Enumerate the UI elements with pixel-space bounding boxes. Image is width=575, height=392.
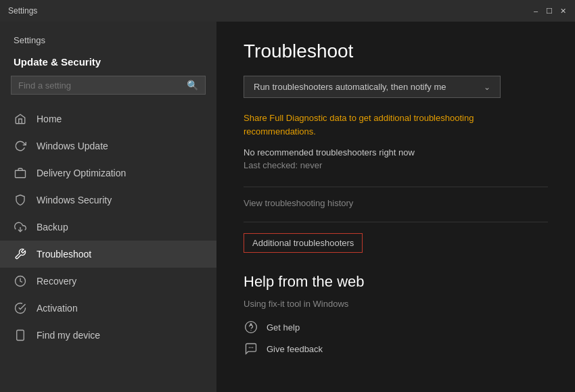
- sidebar-item-label-windows-update: Windows Update: [37, 141, 108, 151]
- wrench-icon: [14, 247, 27, 261]
- page-title: Troubleshoot: [244, 41, 548, 62]
- recovery-icon: [14, 274, 27, 288]
- dropdown-value: Run troubleshooters automatically, then …: [254, 82, 446, 92]
- content-area: Troubleshoot Run troubleshooters automat…: [216, 22, 575, 392]
- close-button[interactable]: ✕: [559, 7, 567, 15]
- sidebar-item-label-delivery: Delivery Optimization: [37, 168, 126, 178]
- view-history-link[interactable]: View troubleshooting history: [244, 198, 548, 208]
- sidebar-item-windows-security[interactable]: Windows Security: [0, 187, 216, 214]
- sidebar-item-label-find-device: Find my device: [37, 330, 100, 341]
- sidebar-item-label-activation: Activation: [37, 303, 78, 314]
- refresh-icon: [14, 139, 27, 153]
- window-controls: – ☐ ✕: [532, 7, 567, 15]
- svg-point-10: [252, 347, 254, 349]
- sidebar-header: Settings: [0, 22, 216, 51]
- sidebar-item-label-home: Home: [37, 114, 62, 124]
- svg-point-7: [250, 330, 251, 330]
- delivery-icon: [14, 166, 27, 180]
- divider-1: [244, 187, 548, 187]
- divider-2: [244, 222, 548, 222]
- get-help-label: Get help: [267, 322, 300, 333]
- sidebar-item-activation[interactable]: Activation: [0, 295, 216, 322]
- activation-icon: [14, 301, 27, 315]
- find-device-icon: [14, 328, 27, 342]
- title-bar: Settings – ☐ ✕: [0, 0, 575, 22]
- minimize-button[interactable]: –: [532, 7, 540, 15]
- sidebar-section-title: Update & Security: [0, 51, 216, 76]
- additional-troubleshooters-button[interactable]: Additional troubleshooters: [244, 233, 363, 253]
- troubleshoot-mode-dropdown[interactable]: Run troubleshooters automatically, then …: [244, 76, 501, 98]
- diagnostic-text: Share Full Diagnostic data to get additi…: [244, 112, 541, 138]
- sidebar: Settings Update & Security 🔍 Home: [0, 22, 216, 392]
- svg-rect-0: [16, 170, 26, 178]
- svg-point-9: [250, 347, 252, 349]
- sidebar-item-label-troubleshoot: Troubleshoot: [37, 249, 91, 260]
- search-input[interactable]: [18, 80, 187, 91]
- get-help-icon: [244, 320, 258, 335]
- home-icon: [14, 112, 27, 126]
- svg-point-8: [249, 347, 250, 349]
- shield-icon: [14, 193, 27, 207]
- maximize-button[interactable]: ☐: [545, 7, 553, 15]
- sidebar-item-home[interactable]: Home: [0, 105, 216, 132]
- sidebar-item-label-security: Windows Security: [37, 195, 112, 205]
- app-body: Settings Update & Security 🔍 Home: [0, 22, 575, 392]
- sidebar-item-label-backup: Backup: [37, 222, 68, 232]
- svg-rect-3: [17, 330, 24, 341]
- search-box[interactable]: 🔍: [11, 76, 206, 95]
- search-icon: 🔍: [187, 80, 198, 91]
- web-help-subtext: Using fix-it tool in Windows: [244, 299, 548, 309]
- sidebar-item-backup[interactable]: Backup: [0, 214, 216, 241]
- get-help-link[interactable]: Get help: [244, 320, 548, 335]
- svg-point-5: [246, 322, 257, 333]
- sidebar-item-troubleshoot[interactable]: Troubleshoot: [0, 241, 216, 268]
- help-from-web-heading: Help from the web: [244, 273, 548, 291]
- sidebar-item-windows-update[interactable]: Windows Update: [0, 132, 216, 160]
- sidebar-item-label-recovery: Recovery: [37, 276, 76, 287]
- chevron-down-icon: ⌄: [484, 82, 490, 92]
- sidebar-item-find-device[interactable]: Find my device: [0, 322, 216, 349]
- sidebar-item-delivery-optimization[interactable]: Delivery Optimization: [0, 160, 216, 187]
- no-troubleshooters-text: No recommended troubleshooters right now: [244, 147, 548, 157]
- sidebar-item-recovery[interactable]: Recovery: [0, 268, 216, 295]
- give-feedback-label: Give feedback: [267, 344, 323, 354]
- backup-icon: [14, 220, 27, 234]
- app-title: Settings: [8, 6, 37, 16]
- give-feedback-link[interactable]: Give feedback: [244, 341, 548, 356]
- give-feedback-icon: [244, 341, 258, 356]
- last-checked-text: Last checked: never: [244, 160, 548, 170]
